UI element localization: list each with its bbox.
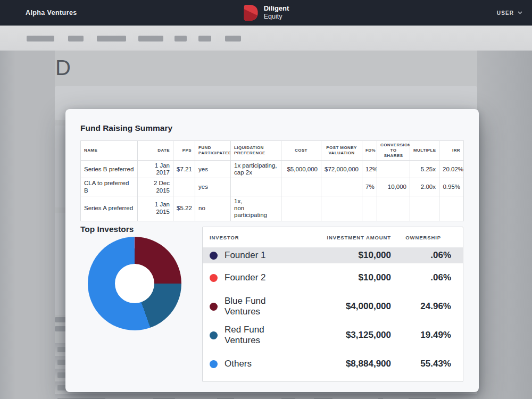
nav-item-placeholder[interactable]	[68, 36, 84, 41]
investment-amount: $4,000,000	[301, 301, 391, 312]
fund-table-cell	[321, 178, 362, 196]
screen: Alpha Ventures Diligent Equity USER D	[0, 0, 532, 399]
brand-name-line2: Equity	[264, 13, 289, 20]
ownership-percent: .06%	[391, 272, 451, 283]
fund-column-header: FUND PARTICIPATED	[195, 141, 231, 161]
legend-dot-icon	[210, 360, 218, 368]
nav-item-placeholder[interactable]	[97, 36, 126, 41]
fund-table-cell: 1x participating, cap 2x	[231, 161, 281, 178]
brand-name-line1: Diligent	[264, 5, 289, 13]
investors-table: INVESTOR INVESTMENT AMOUNT OWNERSHIP Fou…	[202, 227, 463, 382]
fund-column-header: MULTIPLE	[410, 141, 439, 161]
investment-amount: $3,125,000	[301, 330, 391, 340]
legend-dot-icon	[210, 274, 218, 282]
nav-bar	[0, 26, 532, 51]
fund-column-header: DATE	[138, 141, 173, 161]
fund-table-cell: 2.00x	[410, 178, 439, 196]
ownership-percent: 55.43%	[391, 359, 451, 369]
fund-table-cell: 0.95%	[439, 178, 464, 196]
col-investment-amount: INVESTMENT AMOUNT	[301, 235, 391, 240]
fund-table-cell: 20.02%	[439, 161, 464, 178]
legend-dot-icon	[210, 331, 218, 339]
fund-table-cell: 7%	[362, 178, 377, 196]
diligent-logo-icon	[243, 4, 259, 21]
fund-table-cell: yes	[195, 161, 231, 178]
ownership-percent: 19.49%	[391, 330, 451, 340]
investor-name: Others	[210, 359, 301, 369]
fund-table-cell	[377, 196, 410, 221]
nav-item-placeholder[interactable]	[27, 36, 54, 41]
modal-title: Fund Raising Summary	[80, 123, 172, 133]
investment-amount: $8,884,900	[301, 359, 391, 369]
fund-table-cell: $72,000,000	[321, 161, 362, 178]
fund-column-header: COST	[281, 141, 321, 161]
fund-raising-table: NAMEDATEPPSFUND PARTICIPATEDLIQUIDATION …	[80, 140, 464, 221]
fund-table-cell: $5,000,000	[281, 161, 321, 178]
ownership-percent: 24.96%	[391, 301, 451, 312]
fund-column-header: FD%	[362, 141, 377, 161]
investment-amount: $10,000	[301, 250, 391, 261]
col-ownership: OWNERSHIP	[391, 235, 451, 240]
background-table-row	[55, 394, 477, 399]
legend-dot-icon	[210, 252, 218, 260]
fund-table-cell: Series B preferred	[81, 161, 138, 178]
fund-column-header: NAME	[81, 141, 138, 161]
fund-table-cell: CLA to preferred B	[81, 178, 138, 196]
fund-table-cell	[281, 178, 321, 196]
fund-table-cell: 10,000	[377, 178, 410, 196]
fund-table-cell: 1 Jan 2015	[138, 196, 173, 221]
legend-dot-icon	[210, 303, 218, 311]
fund-column-header: PPS	[173, 141, 195, 161]
investor-name-label: Red Fund Ventures	[225, 325, 301, 346]
investor-name-label: Blue Fund Ventures	[225, 296, 301, 317]
fund-table-cell	[281, 196, 321, 221]
fund-table-cell: 2 Dec 2015	[138, 178, 173, 196]
fund-table-cell: 1x, non participating	[231, 196, 281, 221]
fund-table-cell: $7.21	[173, 161, 195, 178]
fund-table-cell	[439, 196, 464, 221]
nav-item-placeholder[interactable]	[225, 36, 241, 41]
investor-row[interactable]: Blue Fund Ventures$4,000,00024.96%	[203, 292, 463, 321]
top-investors-title: Top Investors	[80, 225, 134, 234]
fund-table-cell: no	[195, 196, 231, 221]
fund-column-header: IRR	[439, 141, 464, 161]
investor-name: Red Fund Ventures	[210, 325, 301, 346]
fund-table-row: CLA to preferred B2 Dec 2015yes7%10,0002…	[81, 178, 464, 196]
nav-item-placeholder[interactable]	[198, 36, 211, 41]
investor-name-label: Founder 2	[225, 272, 266, 283]
investor-name: Founder 1	[210, 250, 301, 261]
fund-table-cell: Series A preferred	[81, 196, 138, 221]
donut-hole	[115, 264, 154, 303]
investor-name: Blue Fund Ventures	[210, 296, 301, 317]
investor-name-label: Founder 1	[225, 250, 266, 261]
fund-table-cell	[173, 178, 195, 196]
user-menu[interactable]: USER	[497, 10, 522, 16]
investment-amount: $10,000	[301, 272, 391, 283]
user-menu-label: USER	[497, 10, 514, 16]
top-bar: Alpha Ventures Diligent Equity USER	[0, 0, 532, 26]
fund-column-header: CONVERSION TO SHARES	[377, 141, 410, 161]
fund-raising-modal: Fund Raising Summary NAMEDATEPPSFUND PAR…	[65, 109, 479, 392]
nav-item-placeholder[interactable]	[174, 36, 187, 41]
fund-table-cell: 5.25x	[410, 161, 439, 178]
investor-name: Founder 2	[210, 272, 301, 283]
fund-table-cell	[362, 196, 377, 221]
fund-table-header-row: NAMEDATEPPSFUND PARTICIPATEDLIQUIDATION …	[81, 141, 464, 161]
nav-item-placeholder[interactable]	[138, 36, 163, 41]
investor-row[interactable]: Others$8,884,90055.43%	[203, 350, 463, 378]
fund-table-row: Series B preferred1 Jan 2017$7.21yes1x p…	[81, 161, 464, 178]
investors-table-header: INVESTOR INVESTMENT AMOUNT OWNERSHIP	[203, 227, 463, 247]
fund-table-cell	[410, 196, 439, 221]
investor-row[interactable]: Red Fund Ventures$3,125,00019.49%	[203, 321, 463, 350]
investor-row[interactable]: Founder 2$10,000.06%	[203, 263, 463, 292]
fund-table-cell	[321, 196, 362, 221]
ownership-percent: .06%	[391, 250, 451, 261]
page-title: D	[55, 56, 71, 80]
investor-row[interactable]: Founder 1$10,000.06%	[203, 247, 463, 263]
page-background: D Fund Raising Summary NAMEDATEPPSFUND P…	[0, 51, 532, 399]
fund-table-cell: yes	[195, 178, 231, 196]
fund-table-row: Series A preferred1 Jan 2015$5.22no1x, n…	[81, 196, 464, 221]
investor-name-label: Others	[225, 359, 252, 369]
fund-table-cell	[231, 178, 281, 196]
org-name: Alpha Ventures	[26, 9, 77, 16]
